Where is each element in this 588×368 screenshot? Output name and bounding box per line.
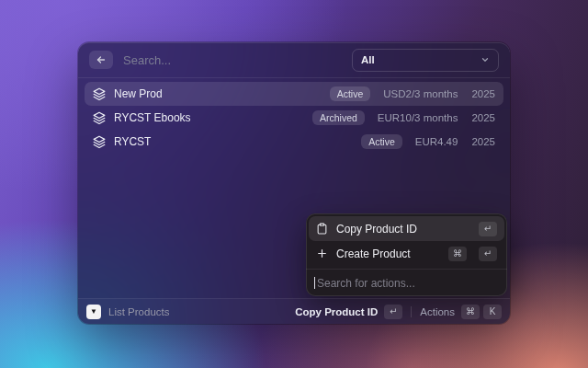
action-label: Copy Product ID xyxy=(336,223,470,236)
command-key-badge: ⌘ xyxy=(461,305,480,319)
product-title: RYCST Ebooks xyxy=(114,111,191,124)
layers-icon xyxy=(93,135,106,148)
product-year: 2025 xyxy=(471,112,495,123)
layers-icon xyxy=(93,87,106,100)
action-panel: Copy Product ID ↵ Create Product ⌘ ↵ xyxy=(306,213,507,296)
product-year: 2025 xyxy=(471,136,495,147)
product-price: EUR10/3 months xyxy=(378,112,458,123)
product-row-new-prod[interactable]: New Prod Active USD2/3 months 2025 xyxy=(85,82,503,106)
return-key-badge: ↵ xyxy=(384,305,402,319)
product-row-rycst[interactable]: RYCST Active EUR4.49 2025 xyxy=(85,130,503,154)
action-label: Create Product xyxy=(336,247,440,260)
extension-name: List Products xyxy=(108,306,169,317)
text-caret xyxy=(314,277,315,289)
status-badge: Archived xyxy=(312,110,365,126)
k-key-badge: K xyxy=(483,305,502,319)
command-key-badge: ⌘ xyxy=(448,247,467,261)
action-search-input[interactable] xyxy=(317,277,499,290)
product-list: New Prod Active USD2/3 months 2025 RYCST… xyxy=(78,78,510,157)
arrow-left-icon xyxy=(96,54,107,65)
filter-dropdown[interactable]: All xyxy=(352,49,499,72)
footer-bar: ▼ List Products Copy Product ID ↵ Action… xyxy=(78,298,510,324)
actions-menu-button[interactable]: Actions xyxy=(420,306,455,317)
product-title: RYCST xyxy=(114,135,151,148)
filter-dropdown-value: All xyxy=(361,54,375,65)
product-price: EUR4.49 xyxy=(415,136,458,147)
product-row-rycst-ebooks[interactable]: RYCST Ebooks Archived EUR10/3 months 202… xyxy=(85,106,503,130)
action-panel-items: Copy Product ID ↵ Create Product ⌘ ↵ xyxy=(306,213,507,269)
action-copy-product-id[interactable]: Copy Product ID ↵ xyxy=(309,216,504,241)
return-key-badge: ↵ xyxy=(479,247,497,261)
footer-separator xyxy=(411,306,412,317)
command-palette-window: All New Prod Active USD2/3 months 2025 R… xyxy=(78,42,510,324)
chevron-down-icon xyxy=(481,55,490,64)
status-badge: Active xyxy=(330,86,371,102)
product-title: New Prod xyxy=(114,87,163,100)
back-button[interactable] xyxy=(89,51,113,69)
clipboard-icon xyxy=(316,223,328,235)
primary-action-button[interactable]: Copy Product ID xyxy=(295,306,378,317)
product-year: 2025 xyxy=(471,88,495,99)
action-create-product[interactable]: Create Product ⌘ ↵ xyxy=(309,241,504,266)
search-input[interactable] xyxy=(123,53,342,67)
product-price: USD2/3 months xyxy=(383,88,458,99)
action-search xyxy=(306,270,507,296)
return-key-badge: ↵ xyxy=(479,222,497,236)
layers-icon xyxy=(93,111,106,124)
search-header: All xyxy=(78,42,510,77)
plus-icon xyxy=(316,247,328,259)
extension-logo: ▼ xyxy=(86,305,101,319)
status-badge: Active xyxy=(361,134,402,150)
